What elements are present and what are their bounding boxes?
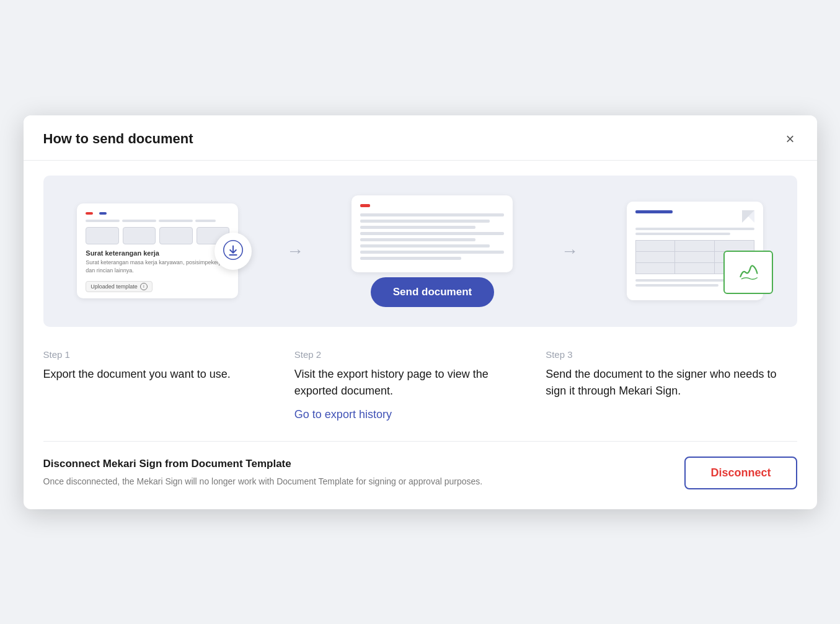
doc-line4 — [360, 232, 504, 235]
illus-step2: Actions Send document — [351, 195, 513, 307]
section-divider — [43, 441, 797, 442]
download-overlay — [214, 233, 252, 270]
send-document-button[interactable]: Send document — [371, 277, 495, 307]
line4 — [195, 220, 216, 222]
line2 — [122, 220, 156, 222]
uploaded-badge: Uploaded template i — [86, 281, 153, 292]
step3-text: Send the document to the signer who need… — [546, 366, 782, 399]
modal-header: How to send document × — [24, 115, 817, 161]
doc-top-bar — [360, 204, 504, 207]
signed-lines — [635, 228, 754, 235]
doc-line8 — [360, 257, 461, 260]
download-icon — [223, 240, 243, 262]
doc-line6 — [360, 244, 490, 247]
template-card: Surat keterangan kerja Surat keterangan … — [77, 203, 238, 298]
signed-card — [627, 202, 763, 300]
arrow-2: → — [561, 241, 578, 261]
export-history-link[interactable]: Go to export history — [294, 408, 392, 421]
illus-step3 — [627, 202, 763, 300]
doc-line5 — [360, 238, 475, 241]
signed-line1 — [635, 228, 754, 230]
red-dot — [86, 212, 93, 215]
doc-lines-group — [360, 213, 504, 260]
disconnect-title: Disconnect Mekari Sign from Document Tem… — [43, 458, 483, 470]
signature-icon — [737, 260, 759, 285]
step3-label: Step 3 — [546, 349, 782, 360]
signed-top — [635, 210, 754, 223]
card-lines — [86, 220, 229, 222]
disconnect-button[interactable]: Disconnect — [684, 457, 797, 489]
step3-col: Step 3 Send the document to the signer w… — [546, 349, 797, 421]
doc-line2 — [360, 220, 490, 223]
box2 — [123, 227, 156, 244]
line1 — [86, 220, 120, 222]
step1-col: Step 1 Export the document you want to u… — [43, 349, 294, 421]
sign-box — [723, 251, 773, 294]
step2-text: Visit the export history page to view th… — [294, 366, 531, 399]
illus-step1: Surat keterangan kerja Surat keterangan … — [77, 203, 238, 298]
arrow-1: → — [286, 241, 304, 261]
steps-description: Step 1 Export the document you want to u… — [43, 349, 797, 421]
disconnect-section: Disconnect Mekari Sign from Document Tem… — [43, 457, 797, 489]
close-button[interactable]: × — [783, 129, 797, 149]
doc-line1 — [360, 213, 504, 216]
card-description: Surat keterangan kerja — [86, 249, 229, 257]
signed-fold — [742, 210, 754, 223]
step2-label: Step 2 — [294, 349, 531, 360]
disconnect-text: Disconnect Mekari Sign from Document Tem… — [43, 458, 483, 488]
line3 — [159, 220, 193, 222]
modal-container: How to send document × — [24, 115, 817, 509]
step1-text: Export the document you want to use. — [43, 366, 280, 383]
disconnect-description: Once disconnected, the Mekari Sign will … — [43, 475, 483, 488]
card-boxes — [86, 227, 229, 244]
signed-blue-line — [635, 210, 673, 213]
modal-body: Surat keterangan kerja Surat keterangan … — [24, 161, 817, 509]
signed-line2 — [635, 233, 731, 235]
modal-title: How to send document — [43, 131, 193, 147]
box3 — [159, 227, 193, 244]
box1 — [86, 227, 119, 244]
info-icon: i — [140, 283, 148, 290]
doc-line7 — [360, 251, 504, 254]
doc-line3 — [360, 226, 475, 229]
step2-col: Step 2 Visit the export history page to … — [294, 349, 546, 421]
card-subtext: Surat keterangan masa kerja karyawan, po… — [86, 259, 229, 274]
illustration-area: Surat keterangan kerja Surat keterangan … — [43, 176, 797, 327]
card-top-bar — [86, 212, 229, 215]
document-card — [351, 195, 513, 272]
blue-dot — [99, 212, 107, 215]
doc-red-dot — [360, 204, 370, 207]
sl2 — [635, 284, 718, 287]
step1-label: Step 1 — [43, 349, 280, 360]
